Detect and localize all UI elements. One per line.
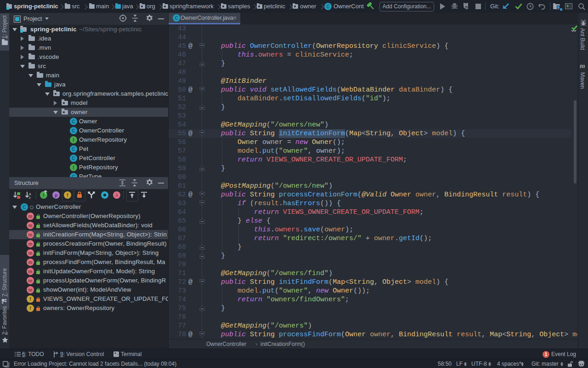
svg-text:z: z [29,196,31,199]
